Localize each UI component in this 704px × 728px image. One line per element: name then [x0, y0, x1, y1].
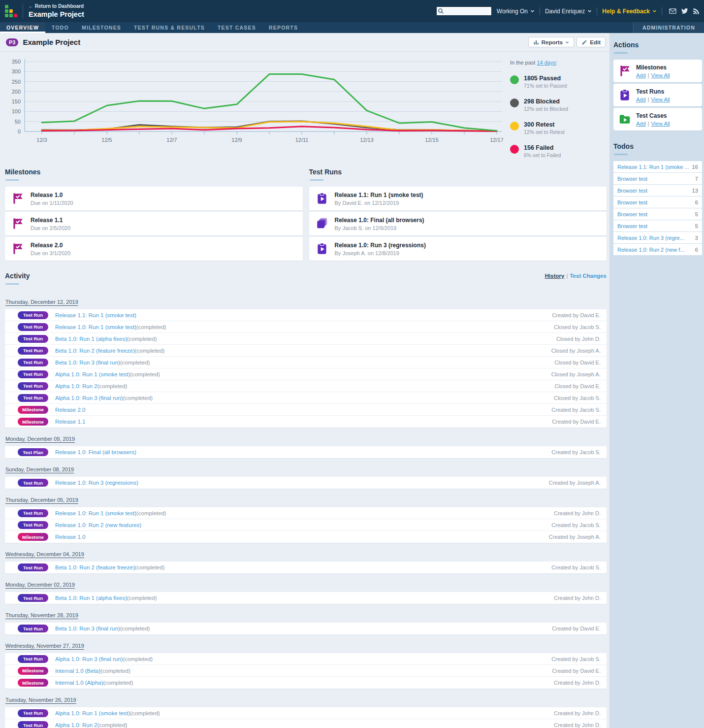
legend-item: 156 Failed 6% set to Failed — [510, 144, 607, 158]
view-all-link[interactable]: View All — [651, 97, 670, 102]
milestone-card[interactable]: Release 1.1 Due on 2/5/2020 — [5, 212, 303, 235]
todo-link[interactable]: Browser test — [617, 211, 647, 217]
logo-square — [5, 14, 8, 17]
activity-date: Thursday, December 05, 2019 — [5, 497, 606, 503]
activity-row: Test Run Beta 1.0: Run 2 (feature freeze… — [5, 345, 607, 357]
todo-link[interactable]: Browser test — [617, 176, 647, 182]
bar-chart-icon — [533, 39, 539, 45]
activity-date: Thursday, November 28, 2019 — [5, 612, 606, 618]
activity-item-link[interactable]: Release 1.0 — [55, 534, 85, 540]
milestone-card[interactable]: Release 2.0 Due on 3/1/2020 — [5, 237, 303, 261]
activity-item-meta: Closed by John D. — [556, 336, 601, 342]
status-dot — [510, 99, 519, 107]
status-count: 298 Blocked — [524, 98, 568, 105]
range-link[interactable]: 14 days — [537, 60, 556, 66]
todo-count: 3 — [692, 235, 698, 241]
right-sidebar: Actions Milestones Add|View All — [609, 33, 704, 728]
user-menu[interactable]: David Enriquez — [545, 8, 592, 15]
nav-tab[interactable]: TODO — [45, 22, 75, 33]
todo-link[interactable]: Release 1.1: Run 1 (smoke ... — [617, 164, 689, 170]
activity-item-link[interactable]: Beta 1.0: Run 1 (alpha fixes) — [55, 336, 127, 342]
activity-rows: Test Plan Release 1.0: Final (all browse… — [5, 446, 607, 458]
activity-item-link[interactable]: Alpha 1.0: Run 3 (final run) — [55, 395, 123, 401]
todo-link[interactable]: Browser test — [617, 188, 647, 194]
activity-row: Test Run Alpha 1.0: Run 3 (final run)(co… — [5, 653, 607, 665]
twitter-icon[interactable] — [681, 7, 688, 15]
activity-item-link[interactable]: Internal 1.0 (Beta) — [55, 668, 100, 674]
activity-item-status: (completed) — [100, 668, 130, 674]
activity-item-link[interactable]: Release 2.0 — [55, 407, 85, 413]
todo-row: Release 1.0: Run 3 (regre... 3 — [613, 232, 702, 243]
activity-item-link[interactable]: Beta 1.0: Run 2 (feature freeze) — [55, 348, 135, 354]
todo-link[interactable]: Release 1.0: Run 3 (regre... — [617, 235, 684, 241]
todo-count: 13 — [689, 188, 698, 194]
activity-item-link[interactable]: Internal 1.0 (Alpha) — [55, 680, 103, 686]
nav-tab[interactable]: OVERVIEW — [0, 22, 45, 33]
edit-button[interactable]: Edit — [576, 37, 606, 47]
actions-title: Actions — [613, 41, 702, 49]
project-header: ← Return to Dashboard Example Project — [23, 3, 84, 19]
activity-row: Milestone Internal 1.0 (Beta)(completed)… — [5, 665, 607, 677]
todo-link[interactable]: Browser test — [617, 223, 647, 229]
todo-count: 7 — [692, 176, 698, 182]
history-link[interactable]: History — [545, 273, 565, 279]
help-feedback-menu[interactable]: Help & Feedback — [602, 8, 657, 15]
action-cards: Milestones Add|View All Test Runs Add|Vi… — [613, 60, 702, 131]
activity-item-link[interactable]: Beta 1.0: Run 3 (final run) — [55, 626, 120, 631]
activity-item-link[interactable]: Alpha 1.0: Run 1 (smoke test) — [55, 371, 130, 377]
topbar-project-title: Example Project — [29, 10, 84, 19]
nav-tab[interactable]: MILESTONES — [75, 22, 128, 33]
nav-tab[interactable]: TEST RUNS & RESULTS — [128, 22, 211, 33]
working-on-menu[interactable]: Working On — [497, 8, 535, 15]
activity-item-link[interactable]: Release 1.0: Run 1 (smoke test) — [55, 510, 136, 516]
todo-row: Browser test 13 — [613, 185, 702, 196]
activity-type-badge: Milestone — [18, 533, 48, 541]
return-to-dashboard-link[interactable]: ← Return to Dashboard — [29, 3, 84, 10]
testrun-card[interactable]: Release 1.0: Final (all browsers) By Jac… — [309, 212, 607, 235]
activity-type-badge: Test Run — [18, 311, 48, 319]
activity-item-link[interactable]: Beta 1.0: Run 1 (alpha fixes) — [55, 595, 127, 601]
activity-item-link[interactable]: Alpha 1.0: Run 2 — [55, 722, 97, 728]
app-logo[interactable] — [5, 5, 18, 18]
test-changes-link[interactable]: Test Changes — [570, 273, 607, 279]
rss-icon[interactable] — [693, 7, 700, 15]
activity-item-link[interactable]: Beta 1.0: Run 3 (final run) — [55, 360, 120, 365]
todo-link[interactable]: Release 1.0: Run 2 (new f... — [617, 247, 684, 253]
svg-text:12/5: 12/5 — [101, 137, 112, 143]
testrun-card[interactable]: Release 1.1: Run 1 (smoke test) By David… — [309, 187, 607, 210]
add-link[interactable]: Add — [636, 97, 646, 102]
add-link[interactable]: Add — [636, 121, 646, 127]
todos-list: Release 1.1: Run 1 (smoke ... 16 Browser… — [613, 161, 702, 255]
testrun-icon — [316, 242, 328, 255]
testruns-list: Release 1.1: Run 1 (smoke test) By David… — [309, 187, 607, 261]
nav-tab[interactable]: TEST CASES — [211, 22, 262, 33]
milestone-card[interactable]: Release 1.0 Due on 1/11/2020 — [5, 187, 303, 210]
testrun-byline: By David E. on 12/12/2019 — [335, 200, 423, 206]
activity-group: Thursday, November 28, 2019 Test Run Bet… — [5, 612, 607, 634]
activity-item-link[interactable]: Release 1.0: Run 2 (new features) — [55, 522, 141, 528]
mail-icon[interactable] — [669, 7, 676, 15]
activity-type-badge: Milestone — [18, 418, 48, 426]
reports-button[interactable]: Reports — [528, 37, 574, 47]
activity-item-link[interactable]: Release 1.0: Final (all browsers) — [55, 449, 136, 455]
activity-item-link[interactable]: Release 1.1 — [55, 419, 85, 425]
activity-item-link[interactable]: Alpha 1.0: Run 1 (smoke test) — [55, 710, 130, 716]
view-all-link[interactable]: View All — [651, 72, 670, 78]
activity-item-link[interactable]: Release 1.0: Run 3 (regressions) — [55, 480, 138, 486]
activity-item-link[interactable]: Release 1.0: Run 1 (smoke test) — [55, 324, 136, 330]
todo-link[interactable]: Browser test — [617, 199, 647, 205]
svg-text:200: 200 — [12, 89, 21, 95]
add-link[interactable]: Add — [636, 72, 646, 78]
testrun-card[interactable]: Release 1.0: Run 3 (regressions) By Jose… — [309, 237, 607, 261]
status-subtext: 6% set to Failed — [524, 152, 561, 158]
activity-item-link[interactable]: Release 1.1: Run 1 (smoke test) — [55, 312, 136, 318]
nav-tab-administration[interactable]: ADMINISTRATION — [633, 22, 704, 33]
activity-item-link[interactable]: Beta 1.0: Run 2 (feature freeze) — [55, 564, 135, 570]
activity-item-status: (completed) — [97, 722, 128, 728]
nav-tab[interactable]: REPORTS — [262, 22, 304, 33]
activity-row: Test Run Beta 1.0: Run 1 (alpha fixes)(c… — [5, 592, 607, 604]
search-input[interactable] — [436, 6, 492, 16]
activity-item-link[interactable]: Alpha 1.0: Run 2 — [55, 383, 97, 389]
view-all-link[interactable]: View All — [651, 121, 670, 127]
activity-item-link[interactable]: Alpha 1.0: Run 3 (final run) — [55, 656, 123, 662]
